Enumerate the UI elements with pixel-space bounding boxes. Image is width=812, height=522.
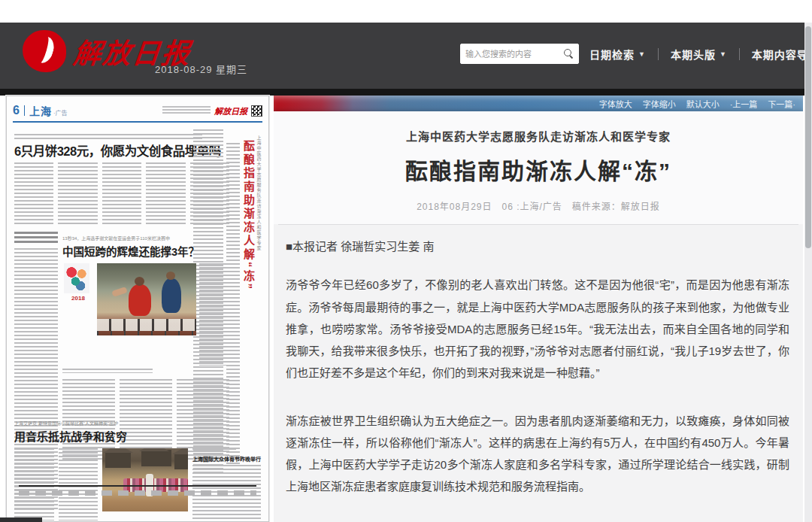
sports-kicker: 13秒34，上海选手谢文骏在亚运会男子110米栏决赛中 [62, 235, 229, 241]
athlete-figure [111, 287, 127, 297]
vertical-scrollbar-thumb[interactable] [805, 26, 811, 248]
font-shrink-button[interactable]: 字体缩小 [643, 98, 676, 110]
article-paragraph: 汤爷爷今年已经60多岁了，不像别的老人喜欢出门转悠。这不是因为他很“宅”，而是因… [286, 274, 789, 384]
vertical-scrollbar[interactable] [804, 23, 812, 522]
sports-side-column [199, 263, 229, 366]
horizontal-scrollbar-thumb[interactable] [0, 517, 42, 522]
nav-front-page[interactable]: 本期头版 ▼ [671, 47, 727, 62]
thumb-page-body: 6只月饼328元，你愿为文创食品埋单吗 上海中医药大学志愿服务队走访渐冻人和医学… [13, 125, 262, 502]
header-bottom-rule [0, 89, 812, 96]
nav-front-page-label: 本期头版 [671, 47, 716, 62]
article-header: 上海中医药大学志愿服务队走访渐冻人和医学专家 酝酿指南助渐冻人解“冻” 2018… [274, 111, 803, 224]
page: 解放日报 2018-08-29 星期三 日期检索 ▼ 本期头版 ▼ 本期内容导航… [0, 0, 812, 522]
music-headline[interactable]: 用音乐抵抗战争和贫穷 [14, 428, 261, 444]
nav-contents[interactable]: 本期内容导航 ▼ [752, 47, 812, 62]
athlete-red-jersey [129, 284, 151, 316]
hut [141, 450, 171, 466]
athlete-blue-jersey [162, 278, 181, 313]
font-default-button[interactable]: 默认大小 [686, 98, 720, 110]
article-content-area[interactable]: 上海中医药大学志愿服务队走访渐冻人和医学专家 酝酿指南助渐冻人解“冻” 2018… [274, 111, 803, 522]
sports-photo-caption [62, 369, 153, 373]
next-article-button[interactable]: 下一篇· [768, 98, 795, 110]
logo-mark-icon [23, 30, 66, 72]
hurdles-photo [97, 263, 196, 335]
asian-games-year: 2018 [62, 295, 94, 302]
article-meta: 2018年08月29日 06 :上海/广告 稿件来源：解放日报 [274, 199, 803, 224]
asian-games-emblem-art [64, 263, 89, 293]
side-article-headline[interactable]: 上海国际大众体育节昨晚举行 [192, 455, 261, 463]
nav-date-search[interactable]: 日期检索 ▼ [589, 47, 646, 62]
hut [105, 451, 131, 468]
search-box[interactable] [460, 44, 579, 64]
lead-kicker-text [14, 134, 202, 139]
thumb-header-right: 解放日报 [162, 105, 262, 117]
thumb-contact-text [162, 106, 211, 115]
hurdle-legs [97, 331, 196, 335]
music-article[interactable]: 上海艾萨克·斯特恩国际小提琴比赛“人文精神奖”出炉 用音乐抵抗战争和贫穷 [14, 420, 261, 522]
mini-article-headline [14, 232, 58, 244]
current-article-vertical-kicker: 上海中医药大学志愿服务队走访渐冻人和医学专家 [256, 135, 262, 384]
current-article-vertical-title[interactable]: 酝酿指南助渐冻人解“冻” [241, 140, 256, 403]
qr-code-icon [251, 105, 262, 117]
search-icon[interactable] [564, 49, 574, 59]
music-kicker: 上海艾萨克·斯特恩国际小提琴比赛“人文精神奖”出炉 [14, 420, 165, 426]
thumb-masthead: 解放日报 [214, 105, 247, 117]
chevron-down-icon: ▼ [638, 50, 646, 58]
font-enlarge-button[interactable]: 字体放大 [599, 98, 632, 110]
page-header-divider [24, 105, 25, 116]
site-header: 解放日报 2018-08-29 星期三 日期检索 ▼ 本期头版 ▼ 本期内容导航… [0, 23, 812, 89]
header-nav: 日期检索 ▼ 本期头版 ▼ 本期内容导航 ▼ [589, 47, 812, 62]
issue-date: 2018-08-29 星期三 [155, 62, 247, 76]
side-article-kicker [192, 448, 236, 452]
page-section-label: 上海 [29, 103, 52, 118]
search-input[interactable] [465, 50, 564, 59]
chevron-down-icon: ▼ [720, 50, 727, 58]
asian-games-emblem: 2018 [62, 263, 94, 366]
window-top-margin [0, 0, 812, 23]
article-kicker: 上海中医药大学志愿服务队走访渐冻人和医学专家 [274, 128, 803, 144]
sports-headline[interactable]: 中国短跨的辉煌还能撑3年？ [62, 243, 229, 259]
article-pane: 字体放大 字体缩小 默认大小 ·上一篇 下一篇· 上海中医药大学志愿服务队走访渐… [274, 96, 803, 522]
article-byline: ■本报记者 徐瑞哲实习生姜 南 [286, 235, 789, 257]
page-footer-rule [19, 485, 256, 487]
page-thumbnail-panel[interactable]: 6 上海 ·广告 解放日报 6只月饼328元，你愿为文创食品埋单吗 上海中医药大… [6, 96, 269, 522]
hurdle-bars [97, 319, 196, 331]
nav-divider [739, 48, 740, 60]
sports-media-row: 2018 [62, 263, 229, 366]
hut [174, 453, 188, 469]
article-title: 酝酿指南助渐冻人解“冻” [274, 153, 803, 186]
page-footer-text [19, 490, 256, 496]
page-number: 6 [13, 104, 20, 117]
nav-divider [658, 48, 659, 60]
article-toolbar: 字体放大 字体缩小 默认大小 ·上一篇 下一篇· [274, 96, 803, 111]
nav-contents-label: 本期内容导航 [752, 47, 812, 62]
page-section-note: ·广告 [53, 108, 68, 117]
prev-article-button[interactable]: ·上一篇 [730, 98, 758, 110]
article-paragraph: 渐冻症被世界卫生组织确认为五大绝症之一。因为患者肌肉逐渐萎缩和无力，以致瘫痪，身… [286, 410, 789, 498]
article-body: ■本报记者 徐瑞哲实习生姜 南 汤爷爷今年已经60多岁了，不像别的老人喜欢出门转… [274, 225, 803, 522]
music-left-columns [14, 448, 98, 520]
section-rule [13, 121, 262, 123]
thumb-page-header: 6 上海 ·广告 解放日报 [13, 101, 262, 120]
nav-date-search-label: 日期检索 [589, 47, 635, 62]
village-photo [102, 448, 188, 511]
